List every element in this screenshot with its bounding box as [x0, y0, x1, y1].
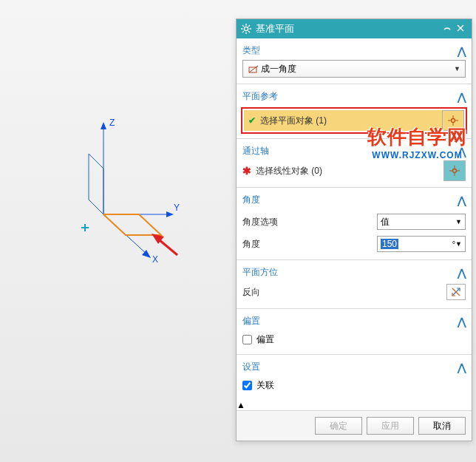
angle-plane-icon — [248, 63, 261, 75]
svg-line-17 — [248, 31, 250, 33]
section-header-angle[interactable]: 角度 ⋀ — [242, 191, 466, 209]
rollup-button[interactable] — [441, 24, 454, 35]
section-axis: 通过轴 ⋀ ✱ 选择线性对象 (0) — [237, 139, 472, 188]
svg-line-16 — [242, 25, 244, 27]
svg-marker-3 — [166, 211, 174, 217]
svg-point-11 — [244, 27, 248, 30]
caret-down-icon: ▼ — [454, 65, 460, 72]
select-axis-row[interactable]: ✱ 选择线性对象 (0) — [242, 160, 466, 181]
chevron-up-icon: ⋀ — [458, 267, 466, 279]
angle-option-dropdown[interactable]: 值 ▼ — [377, 214, 466, 230]
caret-down-icon: ▼ — [455, 240, 462, 248]
select-plane-row[interactable]: ✔ 选择平面对象 (1) — [244, 110, 442, 131]
close-button[interactable] — [454, 24, 467, 34]
caret-down-icon: ▼ — [455, 218, 462, 225]
section-header-orientation[interactable]: 平面方位 ⋀ — [242, 263, 466, 282]
viewport-3d[interactable]: Z Y X — [81, 118, 192, 266]
assoc-check-row: 关联 — [242, 376, 466, 394]
section-offset: 偏置 ⋀ 偏置 — [237, 309, 472, 355]
section-orientation: 平面方位 ⋀ 反向 — [237, 260, 472, 309]
gear-icon — [241, 24, 251, 34]
section-plane-ref: 平面参考 ⋀ ✔ 选择平面对象 (1) — [237, 84, 472, 139]
pick-plane-button[interactable] — [442, 110, 464, 131]
section-header-type[interactable]: 类型 ⋀ — [242, 41, 466, 60]
svg-line-18 — [242, 31, 244, 33]
angle-option-row: 角度选项 值 ▼ — [242, 212, 466, 231]
chevron-up-icon: ⋀ — [458, 45, 466, 57]
section-header-plane-ref[interactable]: 平面参考 ⋀ — [242, 87, 466, 106]
svg-line-19 — [248, 25, 250, 27]
reverse-row: 反向 — [242, 282, 466, 302]
angle-value-input[interactable]: 150 ° ▼ — [377, 236, 466, 252]
chevron-up-icon: ⋀ — [458, 146, 466, 157]
svg-line-6 — [89, 200, 103, 214]
svg-marker-1 — [101, 122, 106, 129]
expand-caret[interactable]: ▲ — [237, 400, 472, 410]
axis-sketch: Z Y X — [81, 118, 192, 266]
highlighted-selection: ✔ 选择平面对象 (1) — [241, 107, 467, 134]
chevron-up-icon: ⋀ — [458, 316, 466, 327]
type-dropdown[interactable]: 成一角度 ▼ — [242, 60, 466, 78]
chevron-up-icon: ⋀ — [458, 91, 466, 103]
apply-button[interactable]: 应用 — [367, 417, 414, 435]
pick-axis-button[interactable] — [443, 160, 466, 181]
titlebar[interactable]: 基准平面 — [237, 19, 472, 38]
section-header-offset[interactable]: 偏置 ⋀ — [242, 312, 466, 330]
assoc-checkbox[interactable] — [242, 381, 252, 390]
cancel-button[interactable]: 取消 — [418, 417, 466, 435]
x-label: X — [152, 254, 158, 265]
angle-value-row: 角度 150 ° ▼ — [242, 234, 466, 254]
svg-point-24 — [452, 119, 455, 123]
section-header-settings[interactable]: 设置 ⋀ — [242, 358, 466, 376]
y-label: Y — [174, 203, 180, 213]
section-header-axis[interactable]: 通过轴 ⋀ — [242, 142, 466, 160]
section-settings: 设置 ⋀ 关联 — [237, 355, 472, 400]
section-type: 类型 ⋀ 成一角度 ▼ — [237, 38, 472, 84]
section-angle: 角度 ⋀ 角度选项 值 ▼ 角度 150 ° ▼ — [237, 188, 472, 260]
required-icon: ✱ — [242, 165, 251, 177]
footer: ▲ 确定 应用 取消 — [237, 400, 472, 441]
svg-point-29 — [453, 169, 457, 173]
ok-button[interactable]: 确定 — [315, 417, 362, 435]
offset-checkbox[interactable] — [242, 335, 252, 344]
check-icon: ✔ — [248, 115, 256, 126]
offset-check-row: 偏置 — [242, 330, 466, 348]
chevron-up-icon: ⋀ — [458, 361, 466, 373]
dialog-title: 基准平面 — [256, 22, 441, 35]
datum-plane-dialog: 基准平面 类型 ⋀ 成一角度 ▼ 平面参考 ⋀ ✔ — [236, 18, 472, 441]
chevron-up-icon: ⋀ — [458, 194, 466, 206]
z-label: Z — [109, 118, 115, 128]
reverse-button[interactable] — [446, 284, 466, 300]
